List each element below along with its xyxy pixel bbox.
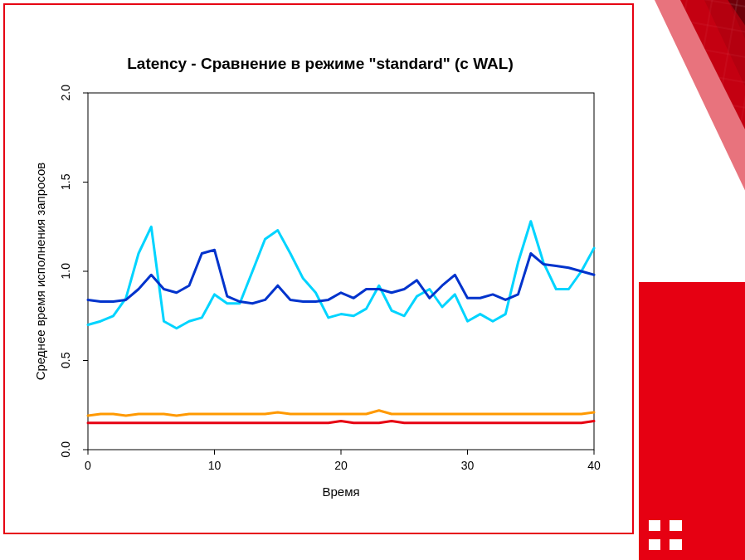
- y-tick-label: 1.0: [59, 263, 72, 280]
- svg-marker-3: [738, 0, 745, 191]
- plot-box: [88, 93, 594, 450]
- x-tick-label: 40: [587, 459, 601, 472]
- x-tick-label: 0: [85, 459, 91, 472]
- y-tick-label: 0.0: [59, 441, 72, 458]
- sidebar-red-panel: HighLoad++: [639, 282, 745, 560]
- series-line: [88, 250, 594, 304]
- y-axis-label: Среднее время исполнения запросов: [33, 163, 47, 381]
- svg-marker-5: [639, 0, 745, 299]
- content-frame: Latency - Сравнение в режиме "standard" …: [3, 3, 634, 534]
- series-line: [88, 222, 594, 329]
- series-line: [88, 411, 594, 416]
- x-tick-label: 20: [334, 459, 348, 472]
- chart: Latency - Сравнение в режиме "standard" …: [30, 55, 611, 519]
- chart-title: Latency - Сравнение в режиме "standard" …: [30, 55, 611, 73]
- x-tick-label: 10: [208, 459, 222, 472]
- slide: Latency - Сравнение в режиме "standard" …: [0, 0, 745, 560]
- sidebar: HighLoad++: [639, 0, 745, 560]
- x-axis-label: Время: [322, 485, 359, 499]
- plot-svg: 0.00.51.01.52.0010203040ВремяСреднее вре…: [30, 76, 611, 508]
- svg-marker-0: [664, 0, 745, 299]
- svg-marker-1: [689, 0, 745, 265]
- x-tick-label: 30: [461, 459, 475, 472]
- svg-marker-4: [664, 0, 745, 299]
- brand-logo-icon: [649, 520, 682, 550]
- series-line: [88, 421, 594, 423]
- y-tick-label: 2.0: [59, 85, 72, 101]
- y-tick-label: 0.5: [59, 352, 72, 368]
- y-tick-label: 1.5: [59, 173, 72, 190]
- svg-marker-2: [713, 0, 745, 232]
